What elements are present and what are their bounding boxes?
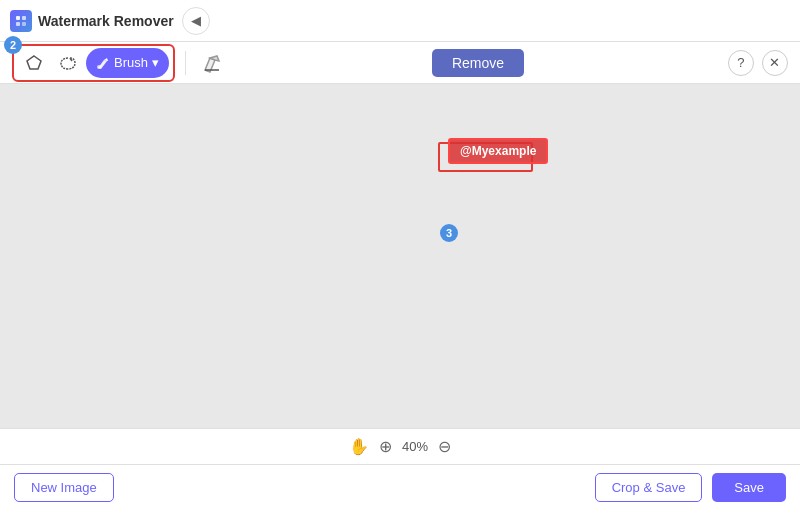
lasso-tool-button[interactable] [52,48,84,78]
brush-label: Brush [114,55,148,70]
zoom-bar: ✋ ⊕ 40% ⊖ [0,428,800,464]
app-logo: Watermark Remover [10,10,174,32]
svg-rect-2 [16,22,20,26]
watermark-text: @Myexample [448,138,548,164]
footer-left: New Image [14,473,114,502]
zoom-percent-text: 40% [402,439,428,454]
toolbar-left: 2 Brush [12,44,228,82]
svg-rect-3 [22,22,26,26]
crop-save-button[interactable]: Crop & Save [595,473,703,502]
footer: New Image Crop & Save Save [0,464,800,510]
tool-group: 2 Brush [12,44,175,82]
footer-right: Crop & Save Save [595,473,786,502]
tool-badge: 2 [4,36,22,54]
zoom-in-icon[interactable]: ⊕ [379,437,392,456]
new-image-button[interactable]: New Image [14,473,114,502]
remove-button[interactable]: Remove [432,49,524,77]
zoom-out-icon[interactable]: ⊖ [438,437,451,456]
brush-dropdown-icon: ▾ [152,55,159,70]
back-button[interactable]: ◀ [182,7,210,35]
titlebar-left: Watermark Remover ◀ [10,7,210,35]
toolbar: 2 Brush [0,42,800,84]
help-button[interactable]: ? [728,50,754,76]
erase-button[interactable] [196,48,228,78]
polygon-tool-button[interactable] [18,48,50,78]
svg-rect-1 [22,16,26,20]
brush-tool-button[interactable]: Brush ▾ [86,48,169,78]
save-button[interactable]: Save [712,473,786,502]
main-canvas-area: @Myexample 3 [0,84,800,428]
watermark-badge: 3 [440,224,458,242]
toolbar-separator [185,51,186,75]
titlebar-right: ? ✕ [728,50,788,76]
svg-rect-0 [16,16,20,20]
svg-point-5 [97,65,101,69]
titlebar: Watermark Remover ◀ [0,0,800,42]
app-title-text: Watermark Remover [38,13,174,29]
close-button[interactable]: ✕ [762,50,788,76]
svg-marker-4 [27,56,41,69]
hand-icon[interactable]: ✋ [349,437,369,456]
app-logo-icon [10,10,32,32]
